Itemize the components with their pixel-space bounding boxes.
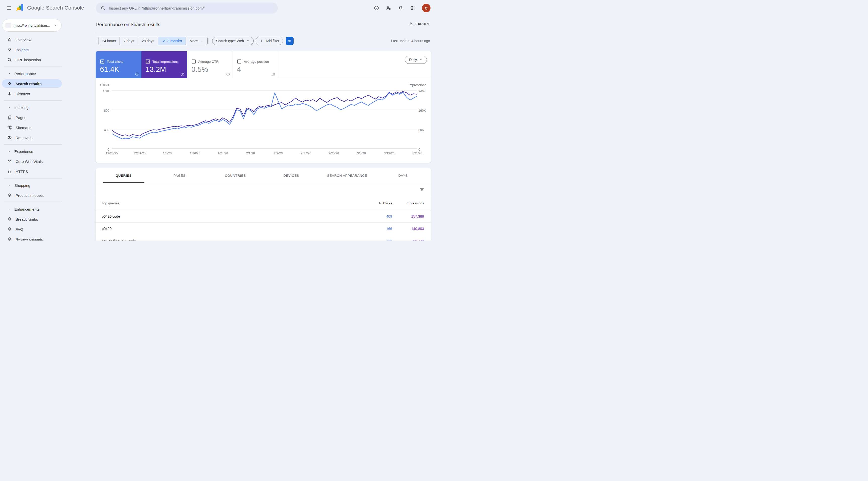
- arrow-down-icon: [378, 201, 381, 205]
- line-chart[interactable]: [112, 90, 417, 149]
- x-axis-date-label: 1/24/26: [217, 152, 228, 155]
- sidebar-item-pages[interactable]: Pages: [0, 113, 96, 123]
- left-axis-tick: 0: [96, 148, 109, 152]
- metric-card-average-ctr[interactable]: Average CTR0.5%: [187, 51, 232, 78]
- property-selector[interactable]: https://rohnertparktran...: [2, 19, 62, 32]
- column-header-impressions[interactable]: Impressions: [392, 201, 431, 205]
- search-type-dropdown[interactable]: Search type: Web: [212, 37, 254, 45]
- column-header-queries[interactable]: Top queries: [96, 201, 354, 205]
- left-axis-tick: 1.2K: [96, 89, 109, 93]
- query-cell: p0420 code: [96, 214, 354, 218]
- apps-grid-icon[interactable]: [410, 5, 415, 11]
- sidebar-item-breadcrumbs[interactable]: Breadcrumbs: [0, 214, 96, 224]
- impressions-cell[interactable]: 140,803: [392, 227, 431, 231]
- url-inspection-searchbar[interactable]: Inspect any URL in "https://rohnertparkt…: [96, 2, 278, 13]
- checkbox-unchecked-icon[interactable]: [237, 60, 241, 64]
- sidebar-item-overview[interactable]: Overview: [0, 35, 96, 45]
- sidebar-item-search-results[interactable]: GSearch results: [0, 78, 96, 89]
- sidebar-item-core-web-vitals[interactable]: Core Web Vitals: [0, 156, 96, 166]
- help-icon[interactable]: [135, 72, 139, 76]
- sidebar-item-removals[interactable]: Removals: [0, 133, 96, 142]
- sidebar-section-performance[interactable]: Performance: [0, 68, 96, 78]
- sidebar-item-insights[interactable]: Insights: [0, 45, 96, 55]
- check-icon: [162, 39, 166, 43]
- sidebar-item-product-snippets[interactable]: Product snippets: [0, 190, 96, 200]
- x-axis-date-label: 2/25/26: [329, 152, 339, 155]
- site-favicon-icon: [5, 23, 11, 28]
- checkbox-unchecked-icon[interactable]: [192, 60, 196, 64]
- menu-icon[interactable]: [6, 5, 12, 11]
- table-toolbar: [96, 183, 431, 196]
- help-icon[interactable]: [180, 72, 184, 76]
- sidebar-section-shopping[interactable]: Shopping: [0, 180, 96, 190]
- snippet-layers-icon: [7, 227, 12, 232]
- clicks-cell[interactable]: 166: [354, 227, 392, 231]
- snippet-layers-icon: [7, 237, 12, 241]
- tab-countries[interactable]: COUNTRIES: [208, 168, 264, 183]
- sidebar: https://rohnertparktran... OverviewInsig…: [0, 16, 96, 241]
- metric-label: Average position: [244, 60, 269, 64]
- range-chip-28-days[interactable]: 28 days: [138, 37, 158, 45]
- x-axis-date-label: 3/21/26: [412, 152, 422, 155]
- clicks-cell[interactable]: 132: [354, 239, 392, 241]
- discover-asterisk-icon: [7, 91, 12, 96]
- impressions-cell[interactable]: 98,473: [392, 239, 431, 241]
- checkbox-checked-icon[interactable]: [100, 60, 104, 64]
- impressions-cell[interactable]: 157,388: [392, 214, 431, 218]
- tab-devices[interactable]: DEVICES: [264, 168, 319, 183]
- tab-pages[interactable]: PAGES: [152, 168, 208, 183]
- lightbulb-icon: [7, 47, 12, 52]
- table-row-partial[interactable]: how to fix p0420 code13298,473: [96, 235, 431, 241]
- range-chip-3-months[interactable]: 3 months: [158, 37, 186, 45]
- granularity-dropdown[interactable]: Daily: [405, 56, 427, 64]
- tab-search-appearance[interactable]: SEARCH APPEARANCE: [319, 168, 375, 183]
- tab-days[interactable]: DAYS: [375, 168, 431, 183]
- add-filter-button[interactable]: Add filter: [256, 37, 283, 45]
- clicks-cell[interactable]: 409: [354, 214, 392, 218]
- filter-list-icon[interactable]: [420, 187, 425, 192]
- tab-queries[interactable]: QUERIES: [96, 168, 152, 183]
- right-axis-tick: 80K: [418, 128, 424, 132]
- plus-icon: [259, 39, 264, 43]
- range-chip-24-hours[interactable]: 24 hours: [98, 37, 120, 45]
- help-icon[interactable]: [226, 72, 230, 76]
- sidebar-section-enhancements[interactable]: Enhancements: [0, 204, 96, 214]
- account-avatar[interactable]: C: [422, 4, 431, 12]
- sidebar-section-label: Experience: [14, 149, 33, 154]
- sidebar-section-label: Performance: [14, 71, 36, 76]
- range-chip-7-days[interactable]: 7 days: [120, 37, 137, 45]
- sidebar-section-indexing[interactable]: Indexing: [0, 102, 96, 113]
- checkbox-checked-icon[interactable]: [146, 60, 150, 64]
- range-chip-label: 7 days: [124, 39, 134, 43]
- export-button[interactable]: EXPORT: [408, 22, 430, 26]
- sidebar-item-discover[interactable]: Discover: [0, 89, 96, 99]
- filter-sparkle-button[interactable]: [286, 37, 293, 45]
- sidebar-item-url-inspection[interactable]: URL inspection: [0, 55, 96, 65]
- table-row[interactable]: p0420 code409157,388: [96, 211, 431, 223]
- metric-card-total-clicks[interactable]: Total clicks61.4K: [96, 51, 142, 78]
- table-row[interactable]: p0420166140,803: [96, 223, 431, 235]
- sidebar-section-experience[interactable]: Experience: [0, 147, 96, 156]
- manage-users-icon[interactable]: [386, 5, 391, 11]
- column-header-clicks[interactable]: Clicks: [354, 201, 392, 205]
- metric-card-total-impressions[interactable]: Total impressions13.2M: [142, 51, 187, 78]
- app-logo[interactable]: Google Search Console: [16, 3, 84, 12]
- snippet-layers-icon: [7, 217, 12, 222]
- metric-label: Total impressions: [152, 60, 179, 64]
- sidebar-divider: [0, 200, 96, 204]
- sidebar-item-label: URL inspection: [16, 58, 41, 62]
- sidebar-item-faq[interactable]: FAQ: [0, 224, 96, 234]
- sidebar-item-sitemaps[interactable]: Sitemaps: [0, 123, 96, 133]
- metric-card-average-position[interactable]: Average position4: [232, 51, 278, 78]
- metric-value: 13.2M: [146, 65, 166, 73]
- sidebar-item-https[interactable]: HTTPS: [0, 166, 96, 177]
- sidebar-item-label: HTTPS: [16, 169, 28, 174]
- sidebar-item-review-snippets[interactable]: Review snippets: [0, 234, 96, 241]
- metric-value: 61.4K: [100, 65, 119, 73]
- help-icon[interactable]: [271, 72, 275, 76]
- left-axis-tick: 800: [96, 109, 109, 113]
- range-chip-more[interactable]: More: [186, 37, 208, 45]
- notifications-icon[interactable]: [398, 5, 403, 11]
- help-icon[interactable]: [374, 5, 379, 11]
- range-chip-label: 28 days: [142, 39, 154, 43]
